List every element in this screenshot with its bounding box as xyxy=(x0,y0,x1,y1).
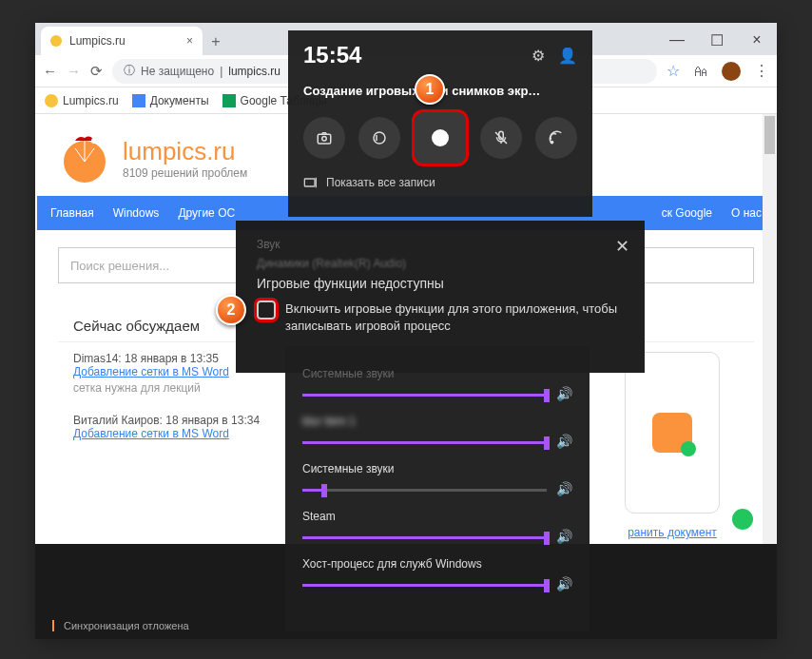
back-button[interactable]: ← xyxy=(43,63,57,79)
tab-title: Lumpics.ru xyxy=(69,34,126,48)
nav-item[interactable]: ск Google xyxy=(652,206,722,220)
close-tab-icon[interactable]: × xyxy=(186,34,193,48)
bookmark-icon xyxy=(222,94,236,107)
profile-avatar[interactable] xyxy=(722,62,741,81)
mixer-label: Системные звуки xyxy=(302,462,572,475)
mixer-item: blur item 1 🔊 xyxy=(302,415,572,449)
bookmark-item[interactable]: Lumpics.ru xyxy=(45,94,119,107)
modal-close-button[interactable]: ✕ xyxy=(615,236,629,257)
nav-item[interactable]: Другие ОС xyxy=(168,206,244,220)
security-label: Не защищено xyxy=(141,65,214,78)
speaker-icon[interactable]: 🔊 xyxy=(556,434,572,449)
account-icon[interactable]: 👤 xyxy=(558,47,577,65)
star-icon[interactable]: ☆ xyxy=(667,62,680,80)
mixer-label: Хост-процесс для служб Windows xyxy=(302,557,572,571)
bookmark-item[interactable]: Документы xyxy=(132,94,209,107)
speaker-icon[interactable]: 🔊 xyxy=(556,386,572,401)
sync-status: Синхронизация отложена xyxy=(52,620,189,631)
mixer-label: Системные звуки xyxy=(302,367,572,380)
recordings-icon xyxy=(303,176,319,189)
mixer-label: blur item 1 xyxy=(302,415,572,428)
speaker-icon[interactable]: 🔊 xyxy=(556,529,572,544)
modal-heading: Игровые функции недоступны xyxy=(257,276,624,291)
close-window-button[interactable]: × xyxy=(737,25,777,55)
bookmark-label: Документы xyxy=(150,94,209,107)
maximize-button[interactable]: ☐ xyxy=(697,25,737,55)
site-title: lumpics.ru xyxy=(123,137,247,166)
show-all-recordings[interactable]: Показать все записи xyxy=(303,176,577,189)
svg-point-3 xyxy=(322,137,327,142)
svg-point-4 xyxy=(374,132,385,144)
volume-slider[interactable] xyxy=(302,441,547,444)
bookmark-icon xyxy=(45,94,58,107)
annotation-marker-1: 1 xyxy=(415,74,445,105)
gamebar-audio-widget: Системные звуки 🔊 blur item 1 🔊 Системны… xyxy=(285,346,590,631)
forward-button[interactable]: → xyxy=(67,63,81,79)
record-last-button[interactable] xyxy=(358,117,400,159)
shield-icon[interactable] xyxy=(732,509,753,530)
clock: 15:54 xyxy=(303,42,361,68)
volume-slider[interactable] xyxy=(302,536,547,539)
volume-slider[interactable] xyxy=(302,584,547,587)
disabled-section-label: Звук xyxy=(257,238,624,251)
mixer-item: Системные звуки 🔊 xyxy=(302,462,572,496)
screenshot-button[interactable] xyxy=(303,117,345,159)
show-all-label: Показать все записи xyxy=(326,176,435,189)
modal-text: Включить игровые функции для этого прило… xyxy=(285,300,624,334)
side-promo: ранить документ а iPhone xyxy=(596,352,748,557)
discuss-link[interactable]: Добавление сетки в MS Word xyxy=(73,427,229,440)
capture-toolbar xyxy=(303,111,577,165)
url-text: lumpics.ru xyxy=(228,65,280,78)
speaker-icon[interactable]: 🔊 xyxy=(556,576,572,591)
record-button[interactable] xyxy=(414,111,467,165)
broadcast-button[interactable] xyxy=(535,117,577,159)
speaker-icon[interactable]: 🔊 xyxy=(556,481,572,496)
enable-game-features-checkbox[interactable] xyxy=(257,300,276,320)
svg-rect-2 xyxy=(318,134,331,144)
nav-item[interactable]: Windows xyxy=(104,206,169,220)
menu-icon[interactable]: ⋮ xyxy=(754,62,769,80)
site-logo xyxy=(58,131,111,184)
disabled-device-label: Динамики (Realtek(R) Audio) xyxy=(257,257,624,270)
discuss-link[interactable]: Добавление сетки в MS Word xyxy=(73,365,229,378)
site-subtitle: 8109 решений проблем xyxy=(123,166,247,180)
svg-point-1 xyxy=(91,138,97,144)
new-tab-button[interactable]: + xyxy=(203,29,229,55)
phone-illustration xyxy=(625,352,720,514)
side-link[interactable]: ранить документ xyxy=(628,526,717,539)
info-icon: ⓘ xyxy=(124,63,135,79)
volume-slider[interactable] xyxy=(302,394,547,397)
record-icon xyxy=(432,129,449,146)
window-controls: — ☐ × xyxy=(657,25,777,55)
volume-slider[interactable] xyxy=(302,489,547,492)
bookmark-icon xyxy=(132,94,145,107)
svg-point-6 xyxy=(551,141,552,143)
translate-icon[interactable]: 🗛 xyxy=(693,63,708,80)
nav-item[interactable]: Главная xyxy=(41,206,104,220)
bookmark-label: Lumpics.ru xyxy=(63,94,119,107)
annotation-marker-2: 2 xyxy=(216,295,246,325)
reload-button[interactable]: ⟳ xyxy=(90,63,103,80)
browser-tab[interactable]: Lumpics.ru × xyxy=(41,27,203,55)
favicon xyxy=(50,35,62,47)
settings-icon[interactable]: ⚙ xyxy=(532,47,545,65)
mixer-item: Steam 🔊 xyxy=(302,510,572,544)
mixer-item: Хост-процесс для служб Windows 🔊 xyxy=(302,557,572,591)
mixer-item: Системные звуки 🔊 xyxy=(302,367,572,401)
svg-rect-7 xyxy=(304,179,315,186)
gamebar-capture-widget: 15:54 ⚙ 👤 Создание игровых ов и снимков … xyxy=(288,30,592,217)
mic-button[interactable] xyxy=(480,117,522,159)
mixer-label: Steam xyxy=(302,510,572,523)
minimize-button[interactable]: — xyxy=(657,25,697,55)
